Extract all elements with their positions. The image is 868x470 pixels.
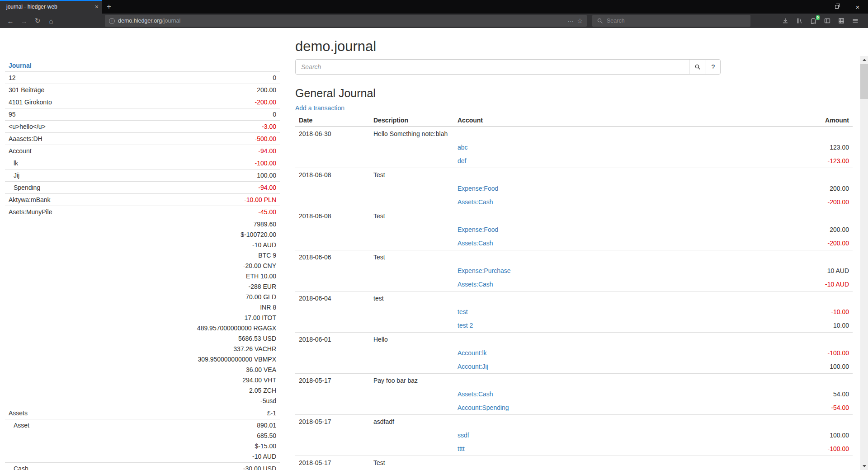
journal-search-button[interactable]	[689, 59, 706, 75]
posting-amount: -54.00	[708, 401, 853, 415]
account-name[interactable]: Aktywa:mBank	[5, 194, 107, 206]
posting-desc-spacer	[370, 223, 454, 236]
posting-account-link[interactable]: Account:lk	[458, 349, 487, 357]
posting-account-link[interactable]: Expense:Purchase	[458, 267, 511, 274]
account-row: Cash-30.00 USD-117.00	[5, 463, 280, 470]
bookmark-star-icon[interactable]: ☆	[577, 17, 583, 24]
posting-account-link[interactable]: test 2	[458, 322, 473, 329]
window-minimize-button[interactable]	[806, 0, 826, 14]
transaction-row[interactable]: 2018-05-17Pay foo bar baz	[295, 374, 853, 388]
account-name[interactable]: 301 Beiträge	[5, 84, 107, 96]
balance-amount: 100.00	[110, 171, 276, 180]
account-name[interactable]: Account	[5, 145, 107, 157]
forward-button[interactable]: →	[17, 14, 31, 27]
url-bar[interactable]: i demo.hledger.org/journal ⋯ ☆	[105, 15, 587, 27]
posting-account-link[interactable]: Assets:Cash	[458, 390, 493, 398]
page-actions-icon[interactable]: ⋯	[567, 17, 574, 24]
extension-icon[interactable]: 0	[807, 15, 820, 27]
transaction-row[interactable]: 2018-06-01Hello	[295, 333, 853, 347]
posting-account-link[interactable]: Assets:Cash	[458, 198, 493, 206]
add-transaction-link[interactable]: Add a transaction	[295, 104, 344, 112]
transaction-date: 2018-05-17	[295, 374, 370, 388]
posting-amount: 200.00	[708, 182, 853, 195]
menu-icon[interactable]	[849, 15, 862, 27]
account-name[interactable]: Assets	[5, 407, 107, 419]
posting-account-link[interactable]: Expense:Food	[458, 226, 498, 233]
posting-account-link[interactable]: abc	[458, 144, 468, 151]
scroll-down-arrow[interactable]	[860, 462, 868, 470]
window-restore-button[interactable]	[826, 0, 847, 14]
account-name[interactable]: 4101 Girokonto	[5, 96, 107, 108]
downloads-icon[interactable]	[779, 15, 792, 27]
account-name[interactable]: 12	[5, 72, 107, 84]
balance-amount: 685.50	[110, 431, 276, 440]
browser-search-bar[interactable]: Search	[592, 15, 750, 27]
journal-search-form: ?	[295, 59, 853, 75]
transaction-amount-spacer	[708, 168, 853, 182]
account-name[interactable]: Asets:MunyPile	[5, 206, 107, 218]
window-close-button[interactable]: ×	[847, 0, 868, 14]
home-button[interactable]: ⌂	[44, 14, 58, 27]
posting-account-link[interactable]: Assets:Cash	[458, 281, 493, 288]
posting-account-cell: Expense:Food	[454, 223, 708, 236]
posting-account-link[interactable]: test	[458, 308, 468, 315]
tab-bar: journal - hledger-web × + ×	[0, 0, 868, 14]
posting-desc-spacer	[370, 360, 454, 374]
site-info-icon[interactable]: i	[109, 18, 115, 24]
account-name[interactable]: <u>hello</u>	[5, 121, 107, 133]
register-table: Date Description Account Amount 2018-06-…	[295, 114, 853, 470]
account-name[interactable]: lk	[5, 157, 107, 169]
posting-account-link[interactable]: def	[458, 157, 466, 164]
scrollbar-thumb[interactable]	[860, 64, 868, 99]
balance-amount: 0	[110, 73, 276, 82]
transaction-row[interactable]: 2018-06-08Test	[295, 168, 853, 182]
transaction-row[interactable]: 2018-06-08Test	[295, 209, 853, 223]
posting-desc-spacer	[370, 387, 454, 401]
balance-amount: 2.05 ZCH	[110, 386, 276, 395]
account-name[interactable]	[5, 218, 107, 407]
transaction-row[interactable]: 2018-06-30Hello Something note:blah	[295, 127, 853, 141]
account-row: Jij100.00	[5, 169, 280, 182]
posting-amount: -200.00	[708, 195, 853, 209]
posting-desc-spacer	[370, 264, 454, 277]
transaction-date: 2018-06-06	[295, 250, 370, 264]
account-name[interactable]: 95	[5, 108, 107, 121]
posting-account-link[interactable]: Expense:Food	[458, 185, 498, 192]
journal-search-input[interactable]	[295, 59, 689, 75]
page-scrollbar[interactable]	[860, 56, 868, 470]
account-name[interactable]: Jij	[5, 169, 107, 182]
sidebar-journal-link[interactable]: Journal	[5, 60, 280, 72]
posting-account-link[interactable]: ssdf	[458, 432, 469, 439]
scroll-up-arrow[interactable]	[860, 56, 868, 64]
account-name[interactable]: Cash	[5, 463, 107, 470]
new-tab-button[interactable]: +	[102, 0, 116, 14]
browser-tab[interactable]: journal - hledger-web ×	[0, 0, 102, 14]
account-name[interactable]: Spending	[5, 182, 107, 194]
transaction-row[interactable]: 2018-05-17Test	[295, 456, 853, 470]
posting-account-link[interactable]: Assets:Cash	[458, 240, 493, 247]
account-name[interactable]: Aaasets:DH	[5, 133, 107, 145]
account-name[interactable]: Asset	[5, 419, 107, 463]
account-row: <u>hello</u>-3.00	[5, 121, 280, 133]
sidebar-accounts-body: 120301 Beiträge200.004101 Girokonto-200.…	[5, 72, 280, 470]
transaction-row[interactable]: 2018-06-06Test	[295, 250, 853, 264]
balance-amount: -10 AUD	[110, 452, 276, 461]
transaction-row[interactable]: 2018-06-04test	[295, 291, 853, 306]
posting-account-cell: Assets:Cash	[454, 236, 708, 250]
reload-button[interactable]: ↻	[31, 14, 44, 27]
balance-amount: -94.00	[110, 146, 276, 155]
tab-close-icon[interactable]: ×	[95, 3, 99, 10]
posting-amount: 100.00	[708, 360, 853, 374]
sidebar-toggle-icon[interactable]	[821, 15, 834, 27]
posting-date-spacer	[295, 387, 370, 401]
library-icon[interactable]	[793, 15, 806, 27]
back-button[interactable]: ←	[4, 14, 17, 27]
journal-help-button[interactable]: ?	[706, 59, 721, 75]
transaction-row[interactable]: 2018-05-17asdfadf	[295, 415, 853, 429]
posting-account-link[interactable]: Account:Spending	[458, 404, 509, 411]
transaction-amount-spacer	[708, 374, 853, 388]
posting-account-link[interactable]: Account:Jij	[458, 363, 488, 370]
transaction-description: Test	[370, 209, 454, 223]
grid-icon[interactable]	[835, 15, 848, 27]
posting-account-link[interactable]: tttt	[458, 445, 465, 452]
